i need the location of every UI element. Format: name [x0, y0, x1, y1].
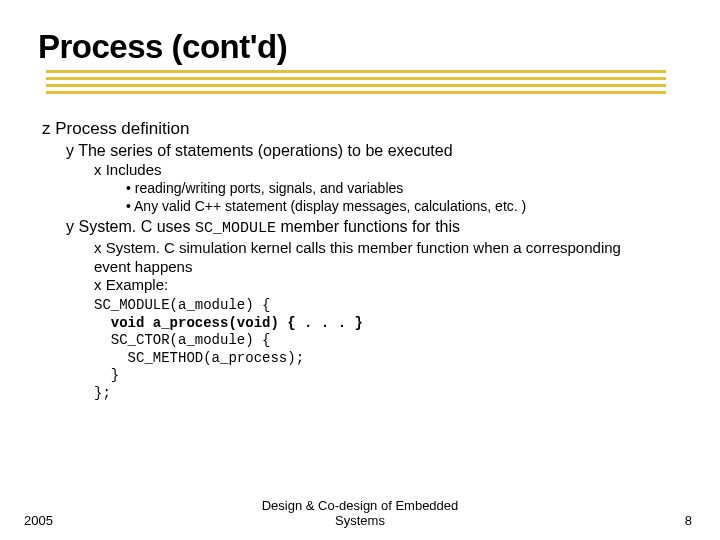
bullet-level2: The series of statements (operations) to… [38, 141, 682, 161]
bullet-text: reading/writing ports, signals, and vari… [135, 180, 403, 196]
footer-year: 2005 [24, 513, 53, 528]
slide-body: Process definition The series of stateme… [38, 118, 682, 402]
slide-title: Process (cont'd) [38, 28, 682, 66]
footer-title: Design & Co-design of Embedded Systems [0, 498, 720, 528]
bullet-level4: reading/writing ports, signals, and vari… [38, 180, 682, 198]
bullet-level4: Any valid C++ statement (display message… [38, 198, 682, 216]
bullet-text: Process definition [55, 119, 189, 138]
inline-code: SC_MODULE [195, 220, 276, 237]
bullet-text: Includes [106, 161, 162, 178]
code-line: void a_process(void) { . . . } [94, 315, 363, 331]
bullet-level3: System. C simulation kernel calls this m… [38, 239, 682, 277]
code-line: SC_MODULE(a_module) { [94, 297, 270, 313]
page-number: 8 [685, 513, 692, 528]
slide: Process (cont'd) Process definition The … [0, 0, 720, 402]
code-line: SC_CTOR(a_module) { [94, 332, 270, 348]
code-block: SC_MODULE(a_module) { void a_process(voi… [38, 297, 682, 402]
bullet-level1: Process definition [38, 118, 682, 139]
bullet-text: Example: [106, 276, 169, 293]
bullet-text: The series of statements (operations) to… [78, 142, 452, 159]
title-underline [38, 70, 682, 94]
bullet-level3: Example: [38, 276, 682, 295]
bullet-text: System. C simulation kernel calls this m… [94, 239, 621, 275]
bullet-level3: Includes [38, 161, 682, 180]
footer-line1: Design & Co-design of Embedded [262, 498, 459, 513]
slide-footer: 2005 Design & Co-design of Embedded Syst… [0, 498, 720, 528]
bullet-level2: System. C uses SC_MODULE member function… [38, 217, 682, 239]
code-line: } [94, 367, 119, 383]
footer-line2: Systems [335, 513, 385, 528]
bullet-text: Any valid C++ statement (display message… [134, 198, 526, 214]
bullet-text-pre: System. C uses [78, 218, 194, 235]
bullet-text-post: member functions for this [276, 218, 460, 235]
code-line: }; [94, 385, 111, 401]
code-line: SC_METHOD(a_process); [94, 350, 304, 366]
